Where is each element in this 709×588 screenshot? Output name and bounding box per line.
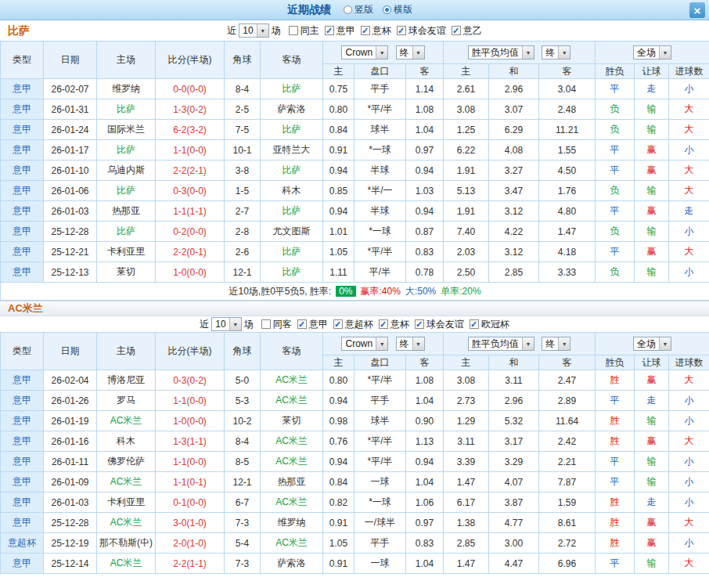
match-row: 意甲26-01-19AC米兰1-0(0-0)10-2莱切0.98球半0.901.… [1, 411, 709, 431]
euro-draw-odds-cell: 4.77 [489, 513, 539, 533]
filter-checkbox-欧冠杯[interactable]: ✓欧冠杯 [470, 318, 509, 331]
dropdown-value: 胜平负均值 [469, 46, 522, 60]
euro-draw-odds-cell: 3.12 [489, 242, 539, 262]
checkbox-icon[interactable] [289, 26, 298, 35]
match-row: 意甲26-01-16科木1-3(1-1)8-4AC米兰0.76*平/半1.133… [1, 431, 709, 452]
filter-checkbox-球会友谊[interactable]: ✓球会友谊 [397, 24, 446, 38]
goals-result-cell: 小 [669, 411, 709, 431]
asian-home-odds-cell: 0.76 [323, 431, 354, 452]
result-cell: 负 [596, 120, 635, 140]
filter-checkbox-意杯[interactable]: ✓意杯 [379, 318, 409, 331]
match-row: 意甲26-02-07维罗纳0-0(0-0)8-4比萨0.75平手1.142.61… [1, 79, 709, 99]
filter-checkbox-label: 同客 [273, 318, 292, 331]
checkbox-icon[interactable]: ✓ [361, 26, 370, 35]
final-euro-select[interactable]: 终▼ [542, 45, 570, 60]
filter-checkbox-意超杯[interactable]: ✓意超杯 [333, 318, 373, 331]
dropdown-value: Crown [342, 338, 376, 349]
col-header-goals: 进球数 [669, 355, 709, 370]
final-odds-select[interactable]: 终▼ [396, 337, 425, 351]
dropdown-arrow-icon: ▼ [522, 337, 534, 350]
euro-away-odds-cell: 2.42 [539, 431, 596, 452]
col-header-asian-away: 客 [406, 64, 444, 79]
scope-select[interactable]: 全场▼ [633, 337, 671, 351]
match-count-select[interactable]: 10▼ [211, 317, 241, 331]
asian-home-odds-cell: 1.11 [323, 262, 354, 283]
radio-selected-icon[interactable] [383, 5, 391, 14]
final-odds-select[interactable]: 终▼ [396, 45, 425, 60]
checkbox-icon[interactable]: ✓ [325, 26, 334, 35]
asian-away-odds-cell: 1.04 [406, 472, 444, 492]
match-row: 意甲26-01-31比萨1-3(0-2)2-5萨索洛0.80*平/半1.083.… [1, 99, 709, 120]
home-team-cell: 维罗纳 [97, 79, 156, 99]
asian-home-odds-cell: 1.05 [323, 533, 354, 554]
team-section-header: AC米兰 [0, 301, 709, 316]
score-cell: 3-0(1-0) [156, 513, 225, 533]
asian-away-odds-cell: 0.97 [406, 513, 444, 533]
checkbox-icon[interactable]: ✓ [470, 319, 479, 329]
away-team-cell: 萨索洛 [261, 554, 323, 574]
final-euro-select[interactable]: 终▼ [542, 337, 570, 351]
dropdown-arrow-icon: ▼ [659, 46, 671, 59]
asian-home-odds-cell: 0.84 [323, 120, 354, 140]
euro-avg-select[interactable]: 胜平负均值▼ [468, 45, 534, 60]
away-team-cell: 科木 [261, 181, 323, 201]
date-cell: 25-12-13 [44, 262, 97, 283]
filter-checkbox-意甲[interactable]: ✓意甲 [297, 318, 328, 331]
radio-unselected-icon[interactable] [344, 5, 352, 14]
result-cell: 平 [596, 472, 635, 492]
home-team-cell: 佛罗伦萨 [97, 452, 156, 472]
match-count-select[interactable]: 10▼ [239, 23, 268, 38]
handicap-result-cell: 赢 [635, 370, 669, 391]
checkbox-icon[interactable] [261, 319, 271, 329]
layout-option-horizontal[interactable]: 横版 [383, 3, 412, 16]
col-header-score: 比分(半场) [156, 333, 225, 370]
panel-title: 近期战绩 [287, 3, 331, 17]
col-header-euro-home: 主 [444, 355, 489, 370]
corners-cell: 7-3 [225, 513, 261, 533]
corners-cell: 2-7 [225, 201, 261, 222]
scope-select[interactable]: 全场▼ [633, 45, 671, 60]
handicap-result-cell: 赢 [635, 242, 669, 262]
asian-home-odds-cell: 0.80 [323, 99, 354, 120]
layout-option-vertical[interactable]: 竖版 [344, 3, 373, 16]
filter-checkbox-label: 意甲 [309, 318, 328, 331]
euro-home-odds-cell: 2.85 [444, 533, 489, 554]
dropdown-arrow-icon: ▼ [412, 337, 424, 350]
euro-avg-select[interactable]: 胜平负均值▼ [468, 337, 534, 351]
asian-away-odds-cell: 0.94 [406, 201, 444, 222]
checkbox-icon[interactable]: ✓ [297, 319, 307, 329]
score-cell: 2-2(1-1) [156, 554, 225, 574]
checkbox-icon[interactable]: ✓ [452, 26, 461, 35]
euro-draw-odds-cell: 3.27 [489, 161, 539, 181]
asian-home-odds-cell: 0.91 [323, 140, 354, 161]
filter-checkbox-同客[interactable]: 同客 [261, 318, 292, 331]
odds-company-select[interactable]: Crown▼ [341, 45, 388, 60]
result-header: 全场▼ [596, 41, 709, 64]
corners-cell: 7-5 [225, 120, 261, 140]
filter-checkbox-同主[interactable]: 同主 [289, 24, 319, 38]
filter-checkbox-意甲[interactable]: ✓意甲 [325, 24, 355, 38]
goals-result-cell: 大 [669, 513, 709, 533]
score-cell: 1-1(0-0) [156, 391, 225, 411]
checkbox-icon[interactable]: ✓ [415, 319, 424, 329]
date-cell: 26-01-19 [44, 411, 97, 431]
checkbox-icon[interactable]: ✓ [397, 26, 406, 35]
close-button[interactable]: × [689, 2, 705, 18]
filter-bar: 近 10▼ 场 同主✓意甲✓意杯✓球会友谊✓意乙 [227, 23, 481, 38]
euro-home-odds-cell: 1.47 [444, 554, 489, 574]
filter-checkbox-球会友谊[interactable]: ✓球会友谊 [415, 318, 464, 331]
checkbox-icon[interactable]: ✓ [379, 319, 388, 329]
league-cell: 意甲 [1, 554, 44, 574]
col-header-result: 胜负 [596, 355, 635, 370]
odds-company-select[interactable]: Crown▼ [341, 337, 388, 351]
big-rate: 大:50% [405, 286, 436, 297]
date-cell: 26-01-24 [44, 120, 97, 140]
filter-checkbox-意杯[interactable]: ✓意杯 [361, 24, 391, 38]
date-cell: 25-12-28 [44, 222, 97, 242]
filter-checkbox-意乙[interactable]: ✓意乙 [452, 24, 482, 38]
checkbox-icon[interactable]: ✓ [333, 319, 343, 329]
home-team-cell: AC米兰 [97, 554, 156, 574]
goals-result-cell: 小 [669, 391, 709, 411]
away-team-cell: 萨索洛 [261, 99, 323, 120]
euro-home-odds-cell: 2.73 [444, 391, 489, 411]
